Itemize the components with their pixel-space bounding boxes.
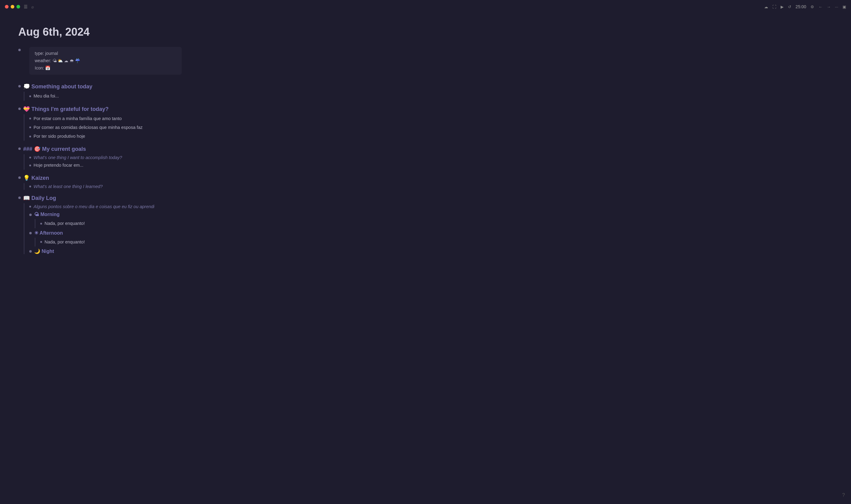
subsection-afternoon: ☀ Afternoon Nada, por enquanto!: [29, 230, 256, 247]
item-text-grateful-1: Por estar com a minha família que amo ta…: [34, 115, 122, 122]
back-icon[interactable]: ←: [818, 4, 822, 9]
item-grateful-1: Por estar com a minha família que amo ta…: [29, 114, 256, 123]
item-text-kaizen-1: What's at least one thing I learned?: [34, 184, 103, 189]
section-header-goals: ### 🎯 My current goals: [18, 146, 256, 152]
section-items-something: Meu dia foi...: [24, 92, 256, 101]
section-title-kaizen: 💡 Kaizen: [23, 175, 49, 181]
section-grateful: 💝 Things I'm grateful for today? Por est…: [18, 106, 256, 141]
sub-bullet: [29, 136, 31, 138]
item-grateful-2: Por comer as comidas deliciosas que minh…: [29, 123, 256, 132]
item-text-morning-1: Nada, por enquanto!: [45, 220, 85, 227]
sub-bullet: [29, 164, 31, 166]
sub-bullet: [29, 118, 31, 120]
section-bullet-daily-log: [18, 197, 21, 199]
section-kaizen: 💡 Kaizen What's at least one thing I lea…: [18, 175, 256, 190]
item-text-meu-dia: Meu dia foi...: [34, 93, 59, 100]
timer-display: 25:00: [796, 4, 806, 9]
subsection-morning: 🌤 Morning Nada, por enquanto!: [29, 212, 256, 228]
traffic-lights: [5, 5, 20, 8]
metadata-block: type: journal weather: 🌤 ⛅ ☁ 🌧 ☔ Icon: 📅: [29, 47, 182, 75]
forward-icon[interactable]: →: [827, 4, 831, 9]
section-title-something: 💭 Something about today: [23, 83, 92, 90]
sub-bullet: [40, 241, 42, 243]
section-something-about-today: 💭 Something about today Meu dia foi...: [18, 83, 256, 101]
item-text-goals-2: Hoje pretendo focar em...: [34, 162, 84, 169]
section-title-grateful: 💝 Things I'm grateful for today?: [23, 106, 108, 112]
subsection-items-afternoon: Nada, por enquanto!: [35, 238, 256, 247]
subsection-header-afternoon: ☀ Afternoon: [29, 230, 256, 236]
item-text-goals-1: What's one thing I want to accomplish to…: [34, 155, 122, 160]
titlebar-left: ☰ ⌕: [5, 4, 34, 9]
item-daily-log-subtitle: Alguns pontos sobre o meu dia e coisas q…: [29, 203, 256, 210]
sub-bullet: [29, 157, 31, 159]
sub-bullet: [29, 206, 31, 208]
section-items-kaizen: What's at least one thing I learned?: [24, 183, 256, 190]
section-bullet-grateful: [18, 108, 21, 110]
subsection-title-morning: 🌤 Morning: [34, 212, 60, 217]
subsection-bullet-morning: [29, 214, 32, 216]
help-icon[interactable]: ?: [842, 492, 845, 498]
item-morning-1: Nada, por enquanto!: [40, 219, 256, 228]
expand-icon[interactable]: ⛶: [773, 4, 776, 9]
subsection-header-morning: 🌤 Morning: [29, 212, 256, 217]
item-goals-1: What's one thing I want to accomplish to…: [29, 154, 256, 161]
section-bullet-goals: [18, 147, 21, 150]
sub-bullet: [29, 185, 31, 187]
play-icon[interactable]: ▶: [781, 4, 784, 9]
type-label: type: journal: [35, 50, 176, 57]
page-title: Aug 6th, 2024: [18, 25, 256, 38]
section-bullet-something: [18, 85, 21, 88]
section-items-grateful: Por estar com a minha família que amo ta…: [24, 114, 256, 141]
item-goals-2: Hoje pretendo focar em...: [29, 161, 256, 170]
minimize-button[interactable]: [11, 5, 14, 8]
item-grateful-3: Por ter sido produtivo hoje: [29, 132, 256, 141]
section-bullet-kaizen: [18, 176, 21, 179]
item-text-grateful-2: Por comer as comidas deliciosas que minh…: [34, 124, 143, 131]
cloud-icon[interactable]: ☁: [764, 4, 768, 9]
item-text-daily-log-subtitle: Alguns pontos sobre o meu dia e coisas q…: [34, 204, 155, 209]
close-button[interactable]: [5, 5, 8, 8]
section-items-daily-log: Alguns pontos sobre o meu dia e coisas q…: [24, 203, 256, 254]
section-title-goals: ### 🎯 My current goals: [23, 146, 86, 152]
item-kaizen-1: What's at least one thing I learned?: [29, 183, 256, 190]
titlebar: ☰ ⌕ ☁ ⛶ ▶ ↺ 25:00 ⚙ ← → ··· ▣: [0, 0, 851, 13]
sub-bullet: [29, 95, 31, 97]
subsection-header-night: 🌙 Night: [29, 248, 256, 254]
metadata-bullet: [18, 49, 21, 51]
sub-bullet: [40, 223, 42, 224]
section-header-kaizen: 💡 Kaizen: [18, 175, 256, 181]
icon-label: Icon: 📅: [35, 65, 176, 72]
section-daily-log: 📖 Daily Log Alguns pontos sobre o meu di…: [18, 195, 256, 254]
section-goals: ### 🎯 My current goals What's one thing …: [18, 146, 256, 170]
section-header-grateful: 💝 Things I'm grateful for today?: [18, 106, 256, 112]
section-title-daily-log: 📖 Daily Log: [23, 195, 56, 201]
item-text-grateful-3: Por ter sido produtivo hoje: [34, 133, 85, 140]
section-header-daily-log: 📖 Daily Log: [18, 195, 256, 201]
subsection-items-morning: Nada, por enquanto!: [35, 219, 256, 228]
section-items-goals: What's one thing I want to accomplish to…: [24, 154, 256, 170]
more-icon[interactable]: ···: [835, 4, 838, 9]
search-icon[interactable]: ⌕: [31, 4, 34, 9]
main-content: Aug 6th, 2024 type: journal weather: 🌤 ⛅…: [0, 13, 274, 271]
titlebar-right: ☁ ⛶ ▶ ↺ 25:00 ⚙ ← → ··· ▣: [764, 4, 846, 9]
refresh-icon[interactable]: ↺: [788, 4, 791, 9]
subsection-bullet-afternoon: [29, 232, 32, 234]
section-header-something: 💭 Something about today: [18, 83, 256, 90]
item-afternoon-1: Nada, por enquanto!: [40, 238, 256, 247]
puzzle-icon[interactable]: ⚙: [811, 4, 814, 9]
sub-bullet: [29, 126, 31, 128]
subsection-night: 🌙 Night: [29, 248, 256, 254]
item-meu-dia: Meu dia foi...: [29, 92, 256, 101]
item-text-afternoon-1: Nada, por enquanto!: [45, 239, 85, 246]
maximize-button[interactable]: [16, 5, 20, 8]
subsection-title-afternoon: ☀ Afternoon: [34, 230, 63, 236]
weather-label: weather: 🌤 ⛅ ☁ 🌧 ☔: [35, 57, 176, 65]
metadata-bullet-row: type: journal weather: 🌤 ⛅ ☁ 🌧 ☔ Icon: 📅: [18, 47, 256, 82]
menu-icon[interactable]: ☰: [24, 4, 28, 9]
sidebar-icon[interactable]: ▣: [843, 4, 846, 9]
subsection-title-night: 🌙 Night: [34, 248, 54, 254]
subsection-bullet-night: [29, 250, 32, 253]
